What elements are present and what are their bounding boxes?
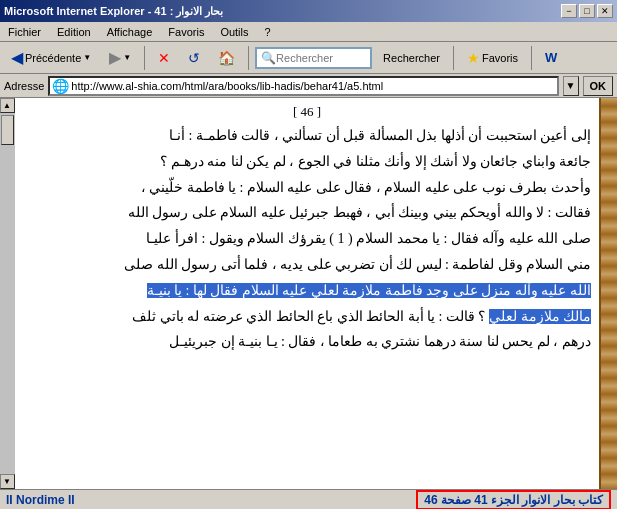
toolbar-separator-1 — [144, 46, 145, 70]
address-input-wrap: 🌐 — [48, 76, 558, 96]
search-input[interactable] — [276, 52, 366, 64]
toolbar-separator-2 — [248, 46, 249, 70]
status-bar: II Nordime II كتاب بحار الانوار الجزء 41… — [0, 489, 617, 509]
back-button[interactable]: ◀ Précédente ▼ — [4, 45, 98, 71]
go-button[interactable]: OK — [583, 76, 614, 96]
refresh-button[interactable]: ↺ — [181, 45, 207, 71]
msn-button[interactable]: W — [538, 45, 564, 71]
minimize-button[interactable]: − — [561, 4, 577, 18]
home-icon: 🏠 — [218, 50, 235, 66]
para-9: درهم ، لم يحس لنا سنة درهما نشتري به طعا… — [23, 330, 591, 354]
scroll-down-button[interactable]: ▼ — [0, 474, 15, 489]
toolbar: ◀ Précédente ▼ ▶ ▼ ✕ ↺ 🏠 🔍 Rechercher ★ … — [0, 42, 617, 74]
stop-button[interactable]: ✕ — [151, 45, 177, 71]
msn-icon: W — [545, 50, 557, 65]
menu-favoris[interactable]: Favoris — [164, 25, 208, 39]
para-7: الله عليه وآله منزل على وجد فاطمة ملازمة… — [23, 279, 591, 303]
back-arrow-icon: ◀ — [11, 48, 23, 67]
home-button[interactable]: 🏠 — [211, 45, 242, 71]
maximize-button[interactable]: □ — [579, 4, 595, 18]
menu-affichage[interactable]: Affichage — [103, 25, 157, 39]
forward-dropdown-icon[interactable]: ▼ — [123, 53, 131, 62]
back-label: Précédente — [25, 52, 81, 64]
address-bar: Adresse 🌐 ▼ OK — [0, 74, 617, 98]
search-magnifier-icon: 🔍 — [261, 51, 276, 65]
highlight-blue-1: الله عليه وآله منزل على وجد فاطمة ملازمة… — [147, 283, 591, 298]
favorites-button[interactable]: ★ Favoris — [460, 45, 525, 71]
window-controls: − □ ✕ — [561, 4, 613, 18]
window-title: بحار الانوار : 41 - Microsoft Internet E… — [4, 5, 223, 18]
toolbar-separator-4 — [531, 46, 532, 70]
menu-bar: Fichier Edition Affichage Favoris Outils… — [0, 22, 617, 42]
para-6: مني السلام وقل لفاطمة : ليس لك أن تضربي … — [23, 253, 591, 277]
refresh-icon: ↺ — [188, 50, 200, 66]
para-1: إلى أعين استحببت أن أذلها بذل المسألة قب… — [23, 124, 591, 148]
search-box: 🔍 — [255, 47, 372, 69]
address-label: Adresse — [4, 80, 44, 92]
address-input[interactable] — [71, 80, 554, 92]
footer-link[interactable]: كتاب بحار الانوار الجزء 41 صفحة 46 — [416, 490, 611, 510]
forward-arrow-icon: ▶ — [109, 48, 121, 67]
scroll-thumb[interactable] — [1, 115, 14, 145]
author-label: II Nordime II — [6, 493, 75, 507]
menu-help[interactable]: ? — [261, 25, 275, 39]
highlight-blue-2: مالك ملازمة لعلي — [489, 309, 591, 324]
stop-icon: ✕ — [158, 50, 170, 66]
web-content: [ 46 ] إلى أعين استحببت أن أذلها بذل الم… — [15, 98, 599, 489]
favorites-label: Favoris — [482, 52, 518, 64]
search-label: Rechercher — [383, 52, 440, 64]
para-2: جائعة وابناي جائعان ولا أشك إلا وأنك مثل… — [23, 150, 591, 174]
close-button[interactable]: ✕ — [597, 4, 613, 18]
decorative-border — [599, 98, 617, 489]
menu-outils[interactable]: Outils — [216, 25, 252, 39]
para-3: وأحدث بطرف نوب على عليه السلام ، فقال عل… — [23, 176, 591, 200]
globe-icon: 🌐 — [52, 78, 69, 94]
scroll-track — [0, 113, 15, 474]
para-4: فقالت : لا والله أويحكم بيني وبينك أبي ،… — [23, 201, 591, 225]
address-dropdown-icon[interactable]: ▼ — [563, 76, 579, 96]
para-5: صلى الله عليه وآله فقال : يا محمد السلام… — [23, 227, 591, 251]
search-label-btn[interactable]: Rechercher — [376, 45, 447, 71]
content-area: ▲ ▼ [ 46 ] إلى أعين استحببت أن أذلها بذل… — [0, 98, 617, 489]
forward-button[interactable]: ▶ ▼ — [102, 45, 138, 71]
para-8: مالك ملازمة لعلي ؟ قالت : يا أبة الحائط … — [23, 305, 591, 329]
page-number: [ 46 ] — [23, 104, 591, 120]
dropdown-icon[interactable]: ▼ — [83, 53, 91, 62]
scrollbar: ▲ ▼ — [0, 98, 15, 489]
scroll-up-button[interactable]: ▲ — [0, 98, 15, 113]
arabic-text-body: إلى أعين استحببت أن أذلها بذل المسألة قب… — [23, 124, 591, 354]
menu-edition[interactable]: Edition — [53, 25, 95, 39]
star-icon: ★ — [467, 50, 480, 66]
menu-fichier[interactable]: Fichier — [4, 25, 45, 39]
title-bar: بحار الانوار : 41 - Microsoft Internet E… — [0, 0, 617, 22]
toolbar-separator-3 — [453, 46, 454, 70]
